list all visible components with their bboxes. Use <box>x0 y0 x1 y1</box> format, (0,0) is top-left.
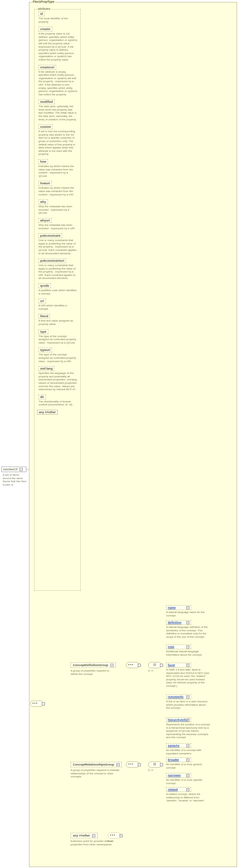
group-rel-label: ConceptRelationshipsGroup <box>73 763 114 766</box>
leaf-narrower-label: narrower <box>168 774 181 777</box>
leaf-note-label: note <box>168 645 174 649</box>
leaf-note[interactable]: note+ <box>166 644 191 649</box>
attr-desc: If the attribute is empty, specifies whi… <box>38 70 77 96</box>
leaf-facet-desc: In NAR 1.8 and later, facet is deprecate… <box>166 668 210 688</box>
group-def-desc: A group of properties required to define… <box>71 669 114 676</box>
plus-icon: + <box>186 646 189 649</box>
root-label: memberOf <box>3 468 18 471</box>
attr-label: pubconstraint <box>38 233 62 238</box>
attr-desc: A free-text value assigned as property v… <box>38 319 77 326</box>
leaf-name-desc: A natural language name for the concept. <box>166 611 210 617</box>
leaf-name-label: name <box>168 606 176 609</box>
leaf-name[interactable]: name+ <box>166 605 191 610</box>
leaf-facet-label: facet <box>168 663 175 667</box>
attr-desc: One or many constraints that apply to pu… <box>38 239 77 255</box>
leaf-broader-label: broader <box>168 758 179 761</box>
attr-label: howuri <box>38 181 52 186</box>
attr-label: xml:lang <box>38 366 54 371</box>
plus-icon: + <box>187 719 189 722</box>
attr-desc: The type of the concept assigned as cont… <box>38 353 77 363</box>
seq-rel: − <box>126 761 139 768</box>
attr-custom: customIf set to true the corresponding p… <box>38 124 78 156</box>
attributes-list: idThe local identifier of the property.c… <box>34 11 80 406</box>
leaf-remoteinfo[interactable]: remoteInfo+ <box>166 695 191 699</box>
attr-xml-lang: xml:langSpecifies the language of this p… <box>38 366 78 391</box>
ext-any-label: any ##other <box>73 834 90 837</box>
attr-label: type <box>38 329 48 334</box>
attr-desc: Indicates by which means the value was e… <box>38 165 77 178</box>
attr-label: literal <box>38 314 50 319</box>
plus-icon: + <box>186 664 189 667</box>
group-conceptdefinition[interactable]: ConceptDefinitionGroup − <box>71 662 116 668</box>
attr-desc: One or many constraints that apply to pu… <box>38 264 77 280</box>
plus-icon: + <box>186 696 189 699</box>
attr-pubconstraint: pubconstraintOne or many constraints tha… <box>38 233 78 255</box>
attr-label: pubconstrainturi <box>38 258 66 263</box>
minus-icon: − <box>92 834 95 837</box>
attr-desc: Why the metadata has been included - exp… <box>38 224 77 230</box>
leaf-note-desc: Additional natural language information … <box>166 650 210 656</box>
group-def-label: ConceptDefinitionGroup <box>73 663 108 667</box>
leaf-definition-desc: A natural language definition of the sem… <box>166 626 210 638</box>
attr-literal: literalA free-text value assigned as pro… <box>38 314 78 326</box>
seq-def: − <box>126 662 139 668</box>
panel-title: Flex1PropType <box>32 0 55 3</box>
minus-icon: − <box>138 664 141 667</box>
attr-id: idThe local identifier of the property. <box>38 11 78 23</box>
attr-desc: The type of the concept assigned as cont… <box>38 335 77 345</box>
minus-icon: − <box>110 664 113 667</box>
leaf-related-label: related <box>168 788 178 791</box>
attr-label: qcode <box>38 283 51 288</box>
attr-label: modified <box>38 99 55 104</box>
attr-label: custom <box>38 124 53 129</box>
plus-icon: + <box>120 834 123 837</box>
card-rel: 0..∞ <box>148 769 153 772</box>
leaf-facet[interactable]: facet+ <box>166 663 191 667</box>
attr-label: creator <box>38 27 52 31</box>
attr-desc: Indicates by which means the value was e… <box>38 186 77 196</box>
leaf-remoteinfo-desc: A link to an item or a web resource whic… <box>166 700 210 710</box>
attr-desc: A URI which identifies a concept. <box>38 304 77 310</box>
sequence-main: − <box>30 701 44 707</box>
attr-label: why <box>38 200 48 204</box>
attr-label: dir <box>38 395 46 399</box>
attr-qcode: qcodeA qualified code which identifies a… <box>38 283 78 295</box>
attr-modified: modifiedThe date (and, optionally, the t… <box>38 99 78 121</box>
leaf-related[interactable]: related+ <box>166 787 191 792</box>
attr-type: typeThe type of the concept assigned as … <box>38 329 78 345</box>
plus-icon: + <box>186 606 189 609</box>
attr-desc: A qualified code which identifies a conc… <box>38 289 77 295</box>
leaf-narrower[interactable]: narrower+ <box>166 773 191 778</box>
attr-desc: Why the metadata has been included - exp… <box>38 205 77 215</box>
attr-creatoruri: creatoruriIf the attribute is empty, spe… <box>38 65 78 96</box>
leaf-sameas[interactable]: sameAs+ <box>166 743 191 748</box>
leaf-hierarchyinfo[interactable]: hierarchyInfo+ <box>166 718 191 722</box>
minus-icon: − <box>116 763 120 766</box>
leaf-broader[interactable]: broader+ <box>166 757 191 762</box>
attr-label: uri <box>38 299 46 303</box>
card-def: 0..∞ <box>148 669 153 672</box>
seq-ext: + <box>108 832 121 839</box>
leaf-remoteinfo-label: remoteInfo <box>168 695 184 699</box>
leaf-hierarchyinfo-desc: Represents the position of a concept in … <box>166 723 210 739</box>
plus-icon: + <box>186 758 189 761</box>
leaf-definition-label: definition <box>168 621 182 624</box>
root-memberof[interactable]: memberOf − <box>1 467 26 472</box>
plus-icon: + <box>186 621 189 624</box>
minus-icon: − <box>138 763 141 766</box>
attr-any-other: any ##other <box>37 410 58 415</box>
card-ext: 0..∞ <box>108 840 113 843</box>
attr-how: howIndicates by which means the value wa… <box>38 159 78 178</box>
leaf-narrower-desc: An identifier of a more specific concept… <box>166 778 210 785</box>
group-conceptrelationships[interactable]: ConceptRelationshipsGroup − <box>71 762 122 767</box>
plus-icon: + <box>186 788 189 791</box>
attr-dir: dirThe directionality of textual content… <box>38 395 78 406</box>
leaf-hierarchyinfo-label: hierarchyInfo <box>168 718 187 722</box>
leaf-sameas-desc: An identifier of a concept with equivale… <box>166 749 210 755</box>
ext-any-box: any ##other − <box>71 833 98 838</box>
group-rel-desc: A group of properties required to indica… <box>71 769 121 778</box>
attr-why: whyWhy the metadata has been included - … <box>38 200 78 215</box>
attr-howuri: howuriIndicates by which means the value… <box>38 181 78 196</box>
leaf-related-desc: A related concept, where the relationshi… <box>166 793 210 802</box>
leaf-definition[interactable]: definition+ <box>166 620 191 625</box>
